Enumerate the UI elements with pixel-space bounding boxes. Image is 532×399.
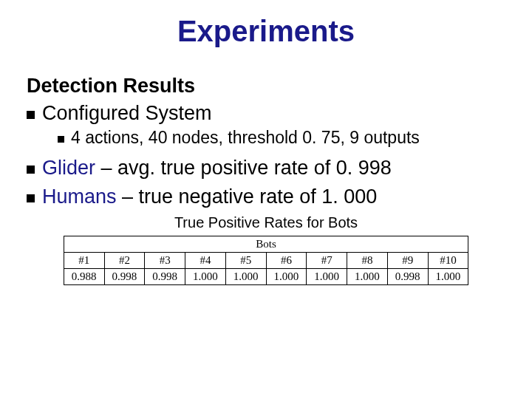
col-header: #10 — [428, 253, 468, 269]
sub-bullet-config-detail: 4 actions, 40 nodes, threshold 0. 75, 9 … — [58, 128, 505, 148]
square-bullet-icon — [27, 166, 35, 174]
cell: 1.000 — [347, 269, 388, 285]
col-header: #5 — [225, 253, 266, 269]
col-header: #4 — [185, 253, 226, 269]
cell: 1.000 — [307, 269, 347, 285]
table-row: 0.988 0.998 0.998 1.000 1.000 1.000 1.00… — [64, 269, 468, 285]
table-caption: True Positive Rates for Bots — [27, 214, 505, 231]
col-header: #8 — [347, 253, 388, 269]
col-header: #3 — [145, 253, 185, 269]
cell: 0.988 — [64, 269, 104, 285]
col-header: #2 — [104, 253, 145, 269]
sub-bullet-text: 4 actions, 40 nodes, threshold 0. 75, 9 … — [71, 128, 420, 147]
glider-label: Glider — [42, 157, 95, 179]
col-header: #7 — [307, 253, 347, 269]
true-positive-table: Bots #1 #2 #3 #4 #5 #6 #7 #8 #9 #10 0.98… — [64, 236, 469, 285]
cell: 1.000 — [266, 269, 307, 285]
bullet-humans: Humans – true negative rate of 1. 000 — [27, 185, 505, 208]
cell: 1.000 — [185, 269, 226, 285]
col-header: #1 — [64, 253, 104, 269]
cell: 0.998 — [145, 269, 185, 285]
cell: 1.000 — [225, 269, 266, 285]
slide-title: Experiments — [27, 15, 505, 48]
humans-rest: – true negative rate of 1. 000 — [117, 185, 378, 208]
square-bullet-icon — [58, 136, 64, 143]
sub-bullet-list: 4 actions, 40 nodes, threshold 0. 75, 9 … — [58, 128, 505, 148]
bullet-configured: Configured System 4 actions, 40 nodes, t… — [27, 102, 505, 148]
square-bullet-icon — [27, 111, 35, 119]
col-header: #9 — [387, 253, 428, 269]
table-row: #1 #2 #3 #4 #5 #6 #7 #8 #9 #10 — [64, 253, 468, 269]
section-heading: Detection Results — [27, 75, 505, 98]
cell: 1.000 — [428, 269, 468, 285]
bullet-text: Configured System — [42, 102, 212, 124]
humans-label: Humans — [42, 185, 117, 208]
square-bullet-icon — [27, 194, 35, 202]
cell: 0.998 — [104, 269, 145, 285]
glider-rest: – avg. true positive rate of 0. 998 — [95, 157, 392, 179]
col-header: #6 — [266, 253, 307, 269]
bullet-list: Configured System 4 actions, 40 nodes, t… — [27, 102, 505, 208]
bullet-glider: Glider – avg. true positive rate of 0. 9… — [27, 157, 505, 180]
cell: 0.998 — [387, 269, 428, 285]
table-header-bots: Bots — [64, 236, 468, 253]
